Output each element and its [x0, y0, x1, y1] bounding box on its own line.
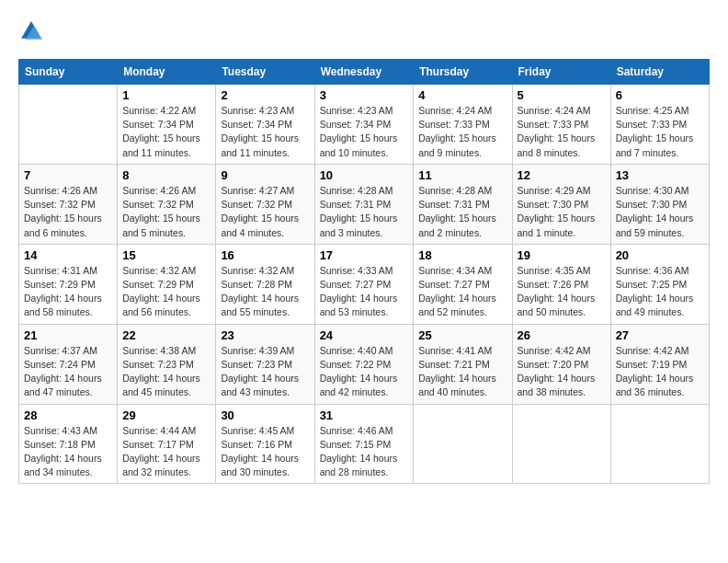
calendar-cell: 31Sunrise: 4:46 AM Sunset: 7:15 PM Dayli… — [314, 404, 414, 484]
calendar-cell: 8Sunrise: 4:26 AM Sunset: 7:32 PM Daylig… — [118, 164, 216, 244]
day-info: Sunrise: 4:24 AM Sunset: 7:33 PM Dayligh… — [418, 104, 506, 160]
day-number: 15 — [122, 248, 210, 262]
calendar-cell: 4Sunrise: 4:24 AM Sunset: 7:33 PM Daylig… — [414, 85, 512, 165]
day-info: Sunrise: 4:35 AM Sunset: 7:26 PM Dayligh… — [518, 264, 606, 320]
day-info: Sunrise: 4:26 AM Sunset: 7:32 PM Dayligh… — [122, 184, 210, 240]
calendar-cell: 1Sunrise: 4:22 AM Sunset: 7:34 PM Daylig… — [118, 85, 216, 165]
calendar-cell — [512, 404, 610, 484]
day-info: Sunrise: 4:25 AM Sunset: 7:33 PM Dayligh… — [616, 104, 704, 160]
col-header-thursday: Thursday — [414, 60, 512, 85]
day-number: 2 — [221, 88, 309, 102]
calendar-cell: 21Sunrise: 4:37 AM Sunset: 7:24 PM Dayli… — [19, 324, 118, 404]
day-number: 1 — [122, 88, 210, 102]
day-info: Sunrise: 4:26 AM Sunset: 7:32 PM Dayligh… — [24, 184, 112, 240]
calendar-cell: 30Sunrise: 4:45 AM Sunset: 7:16 PM Dayli… — [216, 404, 314, 484]
calendar-table: SundayMondayTuesdayWednesdayThursdayFrid… — [18, 59, 710, 484]
calendar-cell: 10Sunrise: 4:28 AM Sunset: 7:31 PM Dayli… — [314, 164, 414, 244]
calendar-cell: 29Sunrise: 4:44 AM Sunset: 7:17 PM Dayli… — [118, 404, 216, 484]
day-number: 20 — [616, 248, 704, 262]
calendar-cell: 25Sunrise: 4:41 AM Sunset: 7:21 PM Dayli… — [414, 324, 512, 404]
day-info: Sunrise: 4:36 AM Sunset: 7:25 PM Dayligh… — [616, 264, 704, 320]
day-info: Sunrise: 4:44 AM Sunset: 7:17 PM Dayligh… — [122, 424, 210, 480]
page-header — [18, 18, 710, 44]
calendar-cell: 22Sunrise: 4:38 AM Sunset: 7:23 PM Dayli… — [118, 324, 216, 404]
day-info: Sunrise: 4:33 AM Sunset: 7:27 PM Dayligh… — [320, 264, 409, 320]
calendar-cell: 23Sunrise: 4:39 AM Sunset: 7:23 PM Dayli… — [216, 324, 314, 404]
calendar-week-row: 1Sunrise: 4:22 AM Sunset: 7:34 PM Daylig… — [19, 85, 710, 165]
day-number: 18 — [418, 248, 506, 262]
day-number: 27 — [616, 328, 704, 342]
col-header-monday: Monday — [118, 60, 216, 85]
calendar-cell: 17Sunrise: 4:33 AM Sunset: 7:27 PM Dayli… — [314, 244, 414, 324]
calendar-cell: 18Sunrise: 4:34 AM Sunset: 7:27 PM Dayli… — [414, 244, 512, 324]
day-info: Sunrise: 4:29 AM Sunset: 7:30 PM Dayligh… — [518, 184, 606, 240]
day-number: 5 — [518, 88, 606, 102]
day-info: Sunrise: 4:37 AM Sunset: 7:24 PM Dayligh… — [24, 344, 112, 400]
day-number: 25 — [418, 328, 506, 342]
calendar-cell: 5Sunrise: 4:24 AM Sunset: 7:33 PM Daylig… — [512, 85, 610, 165]
calendar-cell: 9Sunrise: 4:27 AM Sunset: 7:32 PM Daylig… — [216, 164, 314, 244]
calendar-cell — [414, 404, 512, 484]
day-info: Sunrise: 4:39 AM Sunset: 7:23 PM Dayligh… — [221, 344, 309, 400]
calendar-cell: 20Sunrise: 4:36 AM Sunset: 7:25 PM Dayli… — [610, 244, 709, 324]
day-number: 31 — [320, 408, 409, 422]
day-number: 9 — [221, 168, 309, 182]
day-info: Sunrise: 4:34 AM Sunset: 7:27 PM Dayligh… — [418, 264, 506, 320]
day-number: 14 — [24, 248, 112, 262]
day-number: 12 — [518, 168, 606, 182]
col-header-tuesday: Tuesday — [216, 60, 314, 85]
logo-icon — [18, 18, 44, 44]
day-info: Sunrise: 4:32 AM Sunset: 7:28 PM Dayligh… — [221, 264, 309, 320]
day-number: 11 — [418, 168, 506, 182]
day-info: Sunrise: 4:23 AM Sunset: 7:34 PM Dayligh… — [221, 104, 309, 160]
calendar-header-row: SundayMondayTuesdayWednesdayThursdayFrid… — [19, 60, 710, 85]
day-info: Sunrise: 4:38 AM Sunset: 7:23 PM Dayligh… — [122, 344, 210, 400]
calendar-cell — [19, 85, 118, 165]
day-number: 8 — [122, 168, 210, 182]
day-info: Sunrise: 4:46 AM Sunset: 7:15 PM Dayligh… — [320, 424, 409, 480]
col-header-saturday: Saturday — [610, 60, 709, 85]
calendar-cell: 19Sunrise: 4:35 AM Sunset: 7:26 PM Dayli… — [512, 244, 610, 324]
day-number: 21 — [24, 328, 112, 342]
day-info: Sunrise: 4:43 AM Sunset: 7:18 PM Dayligh… — [24, 424, 112, 480]
calendar-cell: 27Sunrise: 4:42 AM Sunset: 7:19 PM Dayli… — [610, 324, 709, 404]
calendar-cell: 12Sunrise: 4:29 AM Sunset: 7:30 PM Dayli… — [512, 164, 610, 244]
day-number: 19 — [518, 248, 606, 262]
day-number: 24 — [320, 328, 409, 342]
day-number: 28 — [24, 408, 112, 422]
day-info: Sunrise: 4:42 AM Sunset: 7:19 PM Dayligh… — [616, 344, 704, 400]
calendar-cell: 7Sunrise: 4:26 AM Sunset: 7:32 PM Daylig… — [19, 164, 118, 244]
day-number: 13 — [616, 168, 704, 182]
calendar-week-row: 14Sunrise: 4:31 AM Sunset: 7:29 PM Dayli… — [19, 244, 710, 324]
col-header-sunday: Sunday — [19, 60, 118, 85]
day-info: Sunrise: 4:31 AM Sunset: 7:29 PM Dayligh… — [24, 264, 112, 320]
day-number: 10 — [320, 168, 409, 182]
calendar-cell: 26Sunrise: 4:42 AM Sunset: 7:20 PM Dayli… — [512, 324, 610, 404]
calendar-week-row: 7Sunrise: 4:26 AM Sunset: 7:32 PM Daylig… — [19, 164, 710, 244]
day-number: 22 — [122, 328, 210, 342]
day-info: Sunrise: 4:22 AM Sunset: 7:34 PM Dayligh… — [122, 104, 210, 160]
day-number: 4 — [418, 88, 506, 102]
day-info: Sunrise: 4:41 AM Sunset: 7:21 PM Dayligh… — [418, 344, 506, 400]
day-info: Sunrise: 4:27 AM Sunset: 7:32 PM Dayligh… — [221, 184, 309, 240]
day-number: 26 — [518, 328, 606, 342]
day-info: Sunrise: 4:42 AM Sunset: 7:20 PM Dayligh… — [518, 344, 606, 400]
calendar-cell: 16Sunrise: 4:32 AM Sunset: 7:28 PM Dayli… — [216, 244, 314, 324]
day-number: 6 — [616, 88, 704, 102]
calendar-cell: 3Sunrise: 4:23 AM Sunset: 7:34 PM Daylig… — [314, 85, 414, 165]
calendar-cell: 2Sunrise: 4:23 AM Sunset: 7:34 PM Daylig… — [216, 85, 314, 165]
day-number: 16 — [221, 248, 309, 262]
logo — [18, 18, 48, 44]
day-info: Sunrise: 4:24 AM Sunset: 7:33 PM Dayligh… — [518, 104, 606, 160]
day-number: 29 — [122, 408, 210, 422]
day-info: Sunrise: 4:40 AM Sunset: 7:22 PM Dayligh… — [320, 344, 409, 400]
col-header-friday: Friday — [512, 60, 610, 85]
calendar-body: 1Sunrise: 4:22 AM Sunset: 7:34 PM Daylig… — [19, 85, 710, 484]
day-number: 23 — [221, 328, 309, 342]
calendar-cell: 28Sunrise: 4:43 AM Sunset: 7:18 PM Dayli… — [19, 404, 118, 484]
calendar-cell — [610, 404, 709, 484]
day-info: Sunrise: 4:30 AM Sunset: 7:30 PM Dayligh… — [616, 184, 704, 240]
calendar-cell: 15Sunrise: 4:32 AM Sunset: 7:29 PM Dayli… — [118, 244, 216, 324]
day-number: 7 — [24, 168, 112, 182]
calendar-week-row: 21Sunrise: 4:37 AM Sunset: 7:24 PM Dayli… — [19, 324, 710, 404]
